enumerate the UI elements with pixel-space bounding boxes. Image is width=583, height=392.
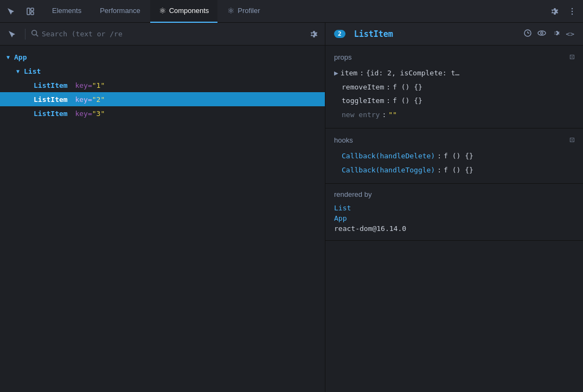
prop-row-removeitem: removeItem : f () {}: [334, 80, 574, 94]
prop-key-removeitem: removeItem: [342, 82, 384, 93]
prop-key-newentry: new entry: [342, 110, 380, 120]
react-icon-profiler: ⚛: [227, 6, 234, 16]
prop-value-toggleitem: f () {}: [393, 95, 422, 106]
svg-point-11: [538, 31, 546, 35]
left-panel: ▼ App ▼ List ListItem key= "1": [0, 23, 325, 392]
prop-row-newentry: new entry : "": [334, 108, 574, 122]
hooks-section: hooks ⊡ Callback(handleDelete) : f () {}…: [325, 128, 583, 184]
key-val-listitem3: "3": [92, 110, 105, 118]
key-attr-listitem1: key=: [71, 81, 92, 89]
svg-rect-1: [31, 8, 34, 11]
layout-icon[interactable]: [23, 4, 38, 19]
tab-elements-label: Elements: [52, 7, 81, 15]
prop-key-item: item: [341, 68, 357, 79]
search-icon: [31, 29, 39, 38]
prop-colon-toggleitem: :: [386, 95, 390, 106]
svg-rect-2: [31, 12, 34, 15]
hooks-section-header: hooks ⊡: [334, 135, 574, 145]
tab-components-label: Components: [169, 7, 209, 15]
svg-line-7: [36, 35, 39, 37]
node-name-list: List: [24, 67, 41, 75]
hooks-title: hooks: [334, 136, 353, 144]
tab-profiler-label: Profiler: [238, 7, 260, 15]
hook-value-handletoggle: f () {}: [444, 165, 473, 176]
tab-performance-label: Performance: [100, 7, 140, 15]
settings-icon[interactable]: [552, 29, 560, 39]
tree-row-listitem1[interactable]: ListItem key= "1": [0, 78, 325, 92]
tab-components[interactable]: ⚛ Components: [150, 0, 218, 23]
svg-rect-0: [27, 8, 30, 15]
inspect-icon[interactable]: [537, 29, 546, 39]
filter-settings-icon[interactable]: [305, 27, 321, 42]
hook-colon-2: :: [437, 165, 441, 176]
more-options-icon[interactable]: [565, 4, 580, 19]
copy-props-icon[interactable]: ⊡: [569, 52, 574, 62]
key-val-listitem1: "1": [92, 81, 105, 89]
right-panel: 2 ListItem: [325, 23, 583, 392]
svg-point-3: [572, 8, 573, 9]
hook-row-handletoggle: Callback(handleToggle) : f () {}: [334, 163, 574, 177]
prop-value-item: {id: 2, isComplete: t…: [366, 68, 459, 79]
right-header: 2 ListItem: [325, 23, 583, 46]
node-name-listitem3: ListItem: [34, 110, 68, 118]
hook-row-handledelete: Callback(handleDelete) : f () {}: [334, 149, 574, 163]
source-icon[interactable]: <>: [566, 30, 574, 38]
react-icon-components: ⚛: [159, 6, 166, 16]
tab-profiler[interactable]: ⚛ Profiler: [219, 0, 268, 23]
hook-key-handletoggle: Callback(handleToggle): [342, 165, 435, 176]
rendered-by-title: rendered by: [334, 190, 371, 198]
hook-colon-1: :: [437, 151, 441, 162]
svg-point-4: [572, 10, 573, 11]
prop-colon-newentry: :: [382, 110, 386, 120]
prop-key-toggleitem: toggleItem: [342, 95, 384, 106]
key-attr-listitem3: key=: [71, 110, 92, 118]
prop-value-newentry: "": [388, 110, 397, 120]
right-header-icons: <>: [523, 29, 574, 39]
prop-colon-item: :: [360, 68, 364, 79]
tab-bar-right: [546, 4, 580, 19]
rendered-by-section: rendered by List App react-dom@16.14.0: [325, 184, 583, 241]
toolbar: [0, 23, 325, 46]
prop-row-item: ▶ item : {id: 2, isComplete: t…: [334, 66, 574, 80]
cursor-icon[interactable]: [3, 4, 18, 19]
tree-row-listitem2[interactable]: ListItem key= "2": [0, 92, 325, 106]
tab-performance[interactable]: Performance: [91, 0, 149, 23]
svg-point-6: [32, 30, 37, 35]
component-badge: 2: [334, 30, 345, 38]
suspend-icon[interactable]: [523, 29, 532, 39]
tree-row-listitem3[interactable]: ListItem key= "3": [0, 106, 325, 120]
arrow-listitem2: [26, 97, 34, 102]
hook-key-handledelete: Callback(handleDelete): [342, 151, 435, 162]
rendered-by-reactdom: react-dom@16.14.0: [334, 223, 574, 234]
node-name-app: App: [14, 53, 27, 61]
rendered-by-list[interactable]: List: [334, 203, 574, 213]
main-content: ▼ App ▼ List ListItem key= "1": [0, 23, 583, 392]
key-attr-listitem2: key=: [71, 95, 92, 104]
node-name-listitem2: ListItem: [34, 95, 68, 104]
search-input[interactable]: [42, 30, 301, 38]
tree-row-app[interactable]: ▼ App: [0, 50, 325, 64]
select-element-icon[interactable]: [4, 27, 20, 42]
props-section: props ⊡ ▶ item : {id: 2, isComplete: t… …: [325, 46, 583, 128]
arrow-list[interactable]: ▼: [16, 68, 24, 74]
arrow-listitem3: [26, 111, 34, 117]
rendered-by-header: rendered by: [334, 190, 574, 198]
key-val-listitem2: "2": [92, 95, 105, 104]
svg-point-12: [541, 32, 543, 34]
props-title: props: [334, 53, 352, 61]
hook-value-handledelete: f () {}: [444, 151, 473, 162]
tab-bar-left-icons: [3, 4, 38, 19]
node-name-listitem1: ListItem: [34, 81, 68, 89]
arrow-app[interactable]: ▼: [7, 54, 14, 60]
tab-bar: Elements Performance ⚛ Components ⚛ Prof…: [0, 0, 583, 23]
settings-icon[interactable]: [546, 4, 561, 19]
prop-row-toggleitem: toggleItem : f () {}: [334, 94, 574, 108]
copy-hooks-icon[interactable]: ⊡: [569, 135, 574, 145]
svg-point-5: [572, 13, 573, 14]
prop-expand-item[interactable]: ▶: [334, 68, 338, 79]
rendered-by-app[interactable]: App: [334, 213, 574, 223]
component-name: ListItem: [354, 29, 517, 39]
search-box: [31, 29, 301, 38]
tab-elements[interactable]: Elements: [43, 0, 90, 23]
tree-row-list[interactable]: ▼ List: [0, 64, 325, 78]
